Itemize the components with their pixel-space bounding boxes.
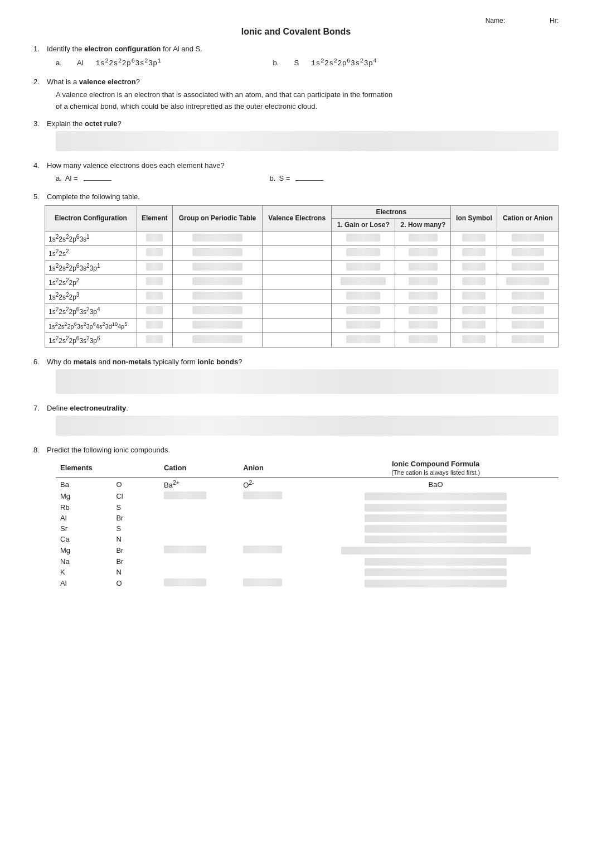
q5-text: Complete the following table. [47, 192, 140, 201]
question-5: 5. Complete the following table. Electro… [33, 192, 559, 348]
table-row: 1s22s2 [45, 245, 559, 260]
col-element: Element [137, 205, 172, 231]
q4-a: a. Al = [56, 174, 114, 182]
col-anion: Anion [239, 459, 313, 478]
q6-text: Why do metals and non-metals typically f… [47, 358, 242, 366]
table-row: 1s22s22p3 [45, 289, 559, 303]
q5-table: Electron Configuration Element Group on … [45, 205, 559, 348]
q6-answer-blurred [56, 369, 559, 394]
col-group: Group on Periodic Table [172, 205, 263, 231]
table-row: 1s22s22p63s23p6 [45, 332, 559, 347]
table-row: 1s22s22p63s23p64s23d104p5 [45, 318, 559, 332]
ionic-row: CaN [56, 534, 559, 544]
question-7: 7. Define electroneutrality. [33, 404, 559, 436]
page-header: Name: Hr: [33, 17, 559, 25]
q7-text: Define electroneutrality. [47, 404, 128, 412]
col-cation-anion: Cation or Anion [497, 205, 559, 231]
col-how-many: 2. How many? [395, 218, 451, 231]
q3-answer-blurred [56, 131, 559, 151]
ionic-row: KN [56, 567, 559, 577]
question-2: 2. What is a valence electron? A valence… [33, 78, 559, 113]
question-8: 8. Predict the following ionic compounds… [33, 446, 559, 589]
q4-text: How many valence electrons does each ele… [47, 161, 225, 170]
config-cell: 1s22s22p63s1 [45, 231, 137, 245]
q1-text: Identify the electron configuration for … [47, 45, 202, 53]
question-1: 1. Identify the electron configuration f… [33, 45, 559, 67]
q1-number: 1. [33, 45, 47, 53]
col-gain-lose: 1. Gain or Lose? [332, 218, 395, 231]
question-6: 6. Why do metals and non-metals typicall… [33, 358, 559, 394]
col-cation: Cation [159, 459, 239, 478]
ionic-row: NaBr [56, 556, 559, 567]
q2-answer: A valence electron is an electron that i… [56, 89, 559, 113]
col-electron-config: Electron Configuration [45, 205, 137, 231]
ionic-row: Ba O Ba2+ O2- BaO [56, 478, 559, 490]
q1-a-config: 1s22s22p63s23p1 [96, 57, 162, 67]
q8-table: Elements Cation Anion Ionic Compound For… [56, 459, 559, 589]
q8-text: Predict the following ionic compounds. [47, 446, 170, 454]
q7-answer-blurred [56, 416, 559, 436]
col-elements: Elements [56, 459, 159, 478]
q4-b: b. S = [270, 174, 326, 182]
table-row: 1s22s22p63s23p1 [45, 260, 559, 274]
ionic-row: AlO [56, 577, 559, 589]
q1-a: a. Al 1s22s22p63s23p1 [56, 57, 162, 67]
col-valence: Valence Electrons [263, 205, 332, 231]
hr-label: Hr: [550, 17, 559, 25]
ionic-row: RbS [56, 502, 559, 513]
q2-text: What is a valence electron? [47, 78, 140, 86]
q4-a-answer [84, 180, 111, 181]
col-formula: Ionic Compound Formula (The cation is al… [313, 459, 559, 478]
q3-text: Explain the octet rule? [47, 119, 122, 128]
ionic-row: SrS [56, 523, 559, 534]
q1-b: b. S 1s22s22p63s23p4 [273, 57, 377, 67]
table-row: 1s22s22p63s1 [45, 231, 559, 245]
col-ion-symbol: Ion Symbol [451, 205, 497, 231]
q4-b-answer [295, 180, 323, 181]
name-label: Name: [486, 17, 505, 25]
ionic-row: MgCl [56, 490, 559, 502]
page-title: Ionic and Covalent Bonds [33, 27, 559, 37]
table-row: 1s22s22p2 [45, 274, 559, 289]
ionic-row: MgBr [56, 544, 559, 556]
q1-b-config: 1s22s22p63s23p4 [311, 57, 377, 67]
table-row: 1s22s22p63s23p4 [45, 303, 559, 318]
ionic-row: AlBr [56, 513, 559, 523]
question-3: 3. Explain the octet rule? [33, 119, 559, 151]
col-electrons-header: Electrons [332, 205, 451, 218]
question-4: 4. How many valence electrons does each … [33, 161, 559, 182]
